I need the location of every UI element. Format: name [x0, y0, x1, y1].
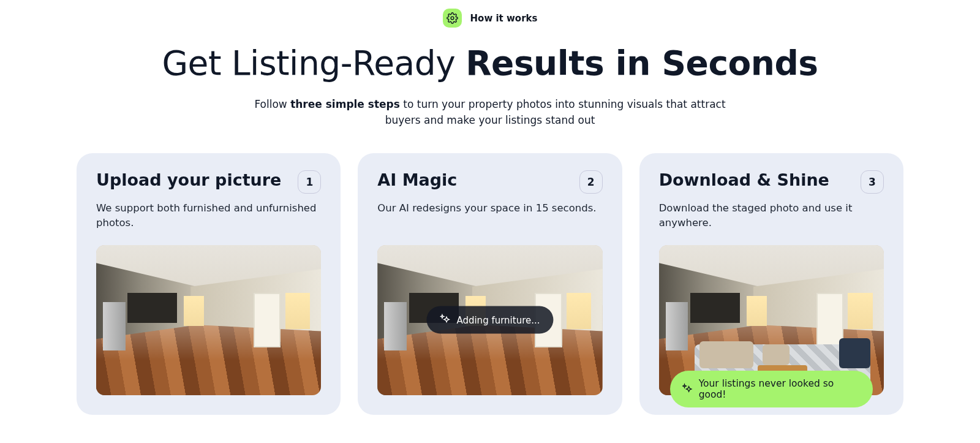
card-description: We support both furnished and unfurnishe… — [96, 201, 321, 232]
step-card-ai-magic: AI Magic 2 Our AI redesigns your space i… — [358, 153, 622, 415]
card-description: Download the staged photo and use it any… — [659, 201, 884, 232]
step-number-badge: 2 — [579, 170, 603, 194]
card-title: Download & Shine — [659, 170, 829, 190]
media-wrap: Your listings never looked so good! — [659, 232, 884, 396]
sub-bold: three simple steps — [290, 98, 400, 110]
processing-pill: Adding furniture... — [426, 306, 553, 334]
svg-point-0 — [451, 17, 454, 20]
eyebrow: How it works — [0, 9, 980, 28]
success-banner: Your listings never looked so good! — [670, 371, 873, 407]
step-card-download: Download & Shine 3 Download the staged p… — [639, 153, 903, 415]
sparkle-icon — [440, 314, 450, 327]
step-card-upload: Upload your picture 1 We support both fu… — [77, 153, 341, 415]
eyebrow-label: How it works — [470, 13, 538, 24]
success-banner-label: Your listings never looked so good! — [699, 378, 861, 400]
step-number-badge: 3 — [861, 170, 884, 194]
gear-icon — [443, 9, 462, 28]
card-head: AI Magic 2 — [377, 170, 602, 194]
card-head: Download & Shine 3 — [659, 170, 884, 194]
steps-row: Upload your picture 1 We support both fu… — [0, 153, 980, 415]
section-headline: Get Listing-Ready Results in Seconds — [0, 44, 980, 83]
sub-prefix: Follow — [254, 98, 290, 110]
processing-label: Adding furniture... — [456, 314, 540, 325]
card-description: Our AI redesigns your space in 15 second… — [377, 201, 602, 232]
room-image-processing: Adding furniture... — [377, 245, 602, 396]
headline-prefix: Get Listing-Ready — [162, 44, 466, 83]
card-title: Upload your picture — [96, 170, 281, 190]
card-title: AI Magic — [377, 170, 457, 190]
section-subtitle: Follow three simple steps to turn your p… — [236, 96, 744, 129]
card-head: Upload your picture 1 — [96, 170, 321, 194]
room-image-empty — [96, 245, 321, 396]
sub-suffix: to turn your property photos into stunni… — [385, 98, 726, 126]
sparkle-icon — [682, 383, 693, 396]
how-it-works-section: How it works Get Listing-Ready Results i… — [0, 0, 980, 439]
headline-bold: Results in Seconds — [466, 44, 818, 83]
step-number-badge: 1 — [298, 170, 321, 194]
